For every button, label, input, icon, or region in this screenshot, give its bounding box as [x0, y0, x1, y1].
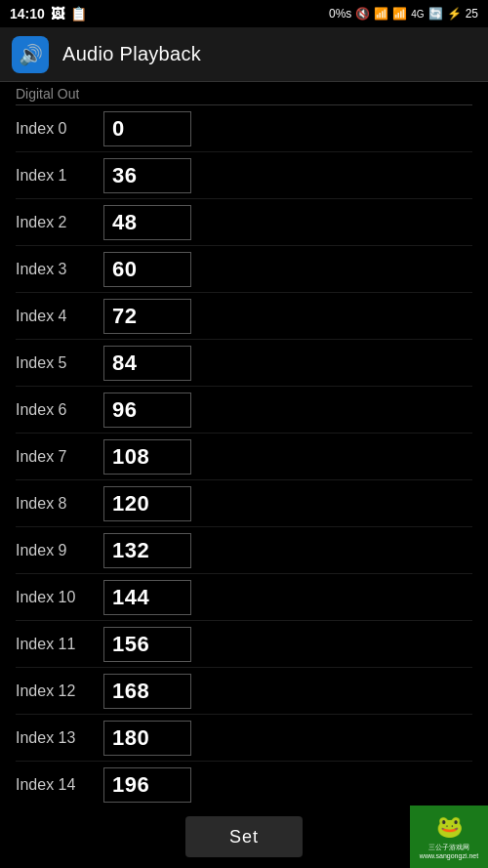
index-value-input[interactable]: 120 — [103, 486, 191, 521]
app-title: Audio Playback — [62, 43, 201, 65]
content-area: Digital Out Index 00Index 136Index 248In… — [0, 82, 488, 868]
index-label: Index 10 — [16, 589, 103, 606]
index-value-input[interactable]: 72 — [103, 299, 191, 334]
index-label: Index 11 — [16, 636, 103, 653]
index-label: Index 14 — [16, 776, 103, 794]
app-bar: 🔊 Audio Playback — [0, 27, 488, 82]
index-label: Index 2 — [16, 214, 103, 231]
index-label: Index 12 — [16, 682, 103, 700]
index-label: Index 8 — [16, 495, 103, 513]
index-label: Index 1 — [16, 167, 103, 185]
charging-icon: ⚡ — [447, 7, 462, 21]
index-label: Index 0 — [16, 120, 103, 138]
partial-header-row: Digital Out — [16, 82, 472, 105]
cell-icon: 📶 — [392, 7, 407, 21]
index-label: Index 6 — [16, 401, 103, 419]
index-row: Index 14196 — [16, 762, 472, 808]
index-row: Index 248 — [16, 199, 472, 246]
index-row: Index 7108 — [16, 434, 472, 480]
index-row: Index 9132 — [16, 527, 472, 574]
battery-level: 25 — [466, 7, 478, 21]
mute-icon: 🔇 — [355, 7, 370, 21]
app-icon: 🔊 — [12, 36, 49, 73]
index-value-input[interactable]: 156 — [103, 627, 191, 662]
index-row: Index 472 — [16, 293, 472, 340]
index-value-input[interactable]: 108 — [103, 439, 191, 475]
index-list: Index 00Index 136Index 248Index 360Index… — [16, 105, 472, 855]
index-row: Index 10144 — [16, 574, 472, 621]
index-value-input[interactable]: 96 — [103, 393, 191, 428]
index-value-input[interactable]: 60 — [103, 252, 191, 287]
index-value-input[interactable]: 84 — [103, 346, 191, 381]
index-row: Index 13180 — [16, 715, 472, 762]
index-row: Index 696 — [16, 387, 472, 434]
index-value-input[interactable]: 132 — [103, 533, 191, 568]
audio-icon: 🔊 — [19, 43, 43, 66]
index-row: Index 584 — [16, 340, 472, 387]
signal-text: 0%s — [329, 7, 351, 21]
index-label: Index 13 — [16, 729, 103, 747]
status-bar: 14:10 🖼 📋 0%s 🔇 📶 📶 4G 🔄 ⚡ 25 — [0, 0, 488, 27]
index-value-input[interactable]: 0 — [103, 111, 191, 146]
index-label: Index 5 — [16, 354, 103, 372]
index-value-input[interactable]: 180 — [103, 721, 191, 756]
clock: 14:10 — [10, 6, 45, 21]
index-value-input[interactable]: 168 — [103, 674, 191, 709]
index-value-input[interactable]: 144 — [103, 580, 191, 615]
notification-icon: 📋 — [70, 6, 87, 21]
index-value-input[interactable]: 48 — [103, 205, 191, 240]
watermark: 🐸 三公子游戏网 www.sangongzi.net — [410, 806, 488, 868]
index-value-input[interactable]: 36 — [103, 158, 191, 193]
sync-icon: 🔄 — [428, 7, 443, 21]
index-row: Index 11156 — [16, 621, 472, 668]
photo-icon: 🖼 — [51, 6, 64, 21]
index-label: Index 3 — [16, 261, 103, 278]
wifi-icon: 📶 — [374, 7, 388, 21]
index-row: Index 00 — [16, 105, 472, 152]
index-row: Index 360 — [16, 246, 472, 293]
index-row: Index 136 — [16, 152, 472, 199]
set-button[interactable]: Set — [185, 816, 303, 857]
status-icons: 0%s 🔇 📶 📶 4G 🔄 ⚡ 25 — [329, 7, 478, 21]
partial-label: Digital Out — [16, 86, 79, 102]
status-time: 14:10 🖼 📋 — [10, 6, 87, 21]
index-label: Index 7 — [16, 448, 103, 466]
watermark-icon: 🐸 — [436, 813, 463, 842]
index-row: Index 8120 — [16, 480, 472, 527]
index-row: Index 12168 — [16, 668, 472, 715]
4g-icon: 4G — [411, 9, 424, 20]
index-value-input[interactable]: 196 — [103, 767, 191, 803]
index-label: Index 9 — [16, 542, 103, 559]
watermark-text: 三公子游戏网 www.sangongzi.net — [420, 843, 478, 860]
index-label: Index 4 — [16, 308, 103, 325]
